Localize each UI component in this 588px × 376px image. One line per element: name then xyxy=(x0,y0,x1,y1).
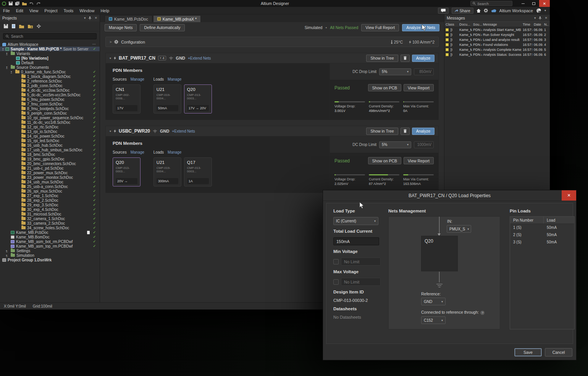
show-in-tree-button[interactable]: Show in Tree xyxy=(366,128,398,135)
message-row[interactable]: [IKame_MIPDN AAnalysis Complete Kame_N16… xyxy=(444,47,550,52)
tree-item-schdoc[interactable]: 18_bmc.SchDoc✓ xyxy=(0,152,100,157)
delete-button[interactable] xyxy=(401,128,410,135)
tree-item-schdoc[interactable]: 34_screw_holes.SchDoc✓ xyxy=(0,225,100,230)
component-box[interactable]: Q20 xyxy=(421,236,458,271)
tree-item-schdoc[interactable]: 21_usb-c_pd.SchDoc✓ xyxy=(0,166,100,170)
tree-item-schdoc[interactable]: 27_exp_1.SchDoc✓ xyxy=(0,193,100,198)
menu-file[interactable]: File xyxy=(0,8,13,13)
tree-item-schdoc[interactable]: 12_rpi_rtc.SchDoc✓ xyxy=(0,125,100,129)
tree-item-schdoc[interactable]: 23_power_monitor.SchDoc✓ xyxy=(0,175,100,180)
tree-item-schdoc[interactable]: 24_usb_mux.SchDoc✓ xyxy=(0,180,100,184)
min-voltage-checkbox[interactable] xyxy=(333,259,339,264)
view-report-button[interactable]: View Report xyxy=(404,157,434,164)
tree-item-variant[interactable]: [No Variations] xyxy=(0,56,100,60)
tree-item-schdoc[interactable]: 25_usb-a_conn.SchDoc✓ xyxy=(0,184,100,189)
analyze-all-nets-button[interactable]: Analyze All Nets xyxy=(402,24,439,31)
tree-item-project[interactable]: ▾ Sample - Kame MB.PrjPCB * Save to Serv… xyxy=(0,47,100,51)
load-card-u21[interactable]: U21 CMP-019-0004... 50mA xyxy=(153,84,181,113)
tree-item-schdoc[interactable]: 19_bmc_gpio.SchDoc✓ xyxy=(0,157,100,161)
extend-nets-link[interactable]: +Extend Nets xyxy=(188,56,211,60)
load-card-u21[interactable]: U21 CMP-019-0004... 300mA xyxy=(153,157,181,186)
max-voltage-checkbox[interactable] xyxy=(333,279,339,285)
minimize-button[interactable] xyxy=(518,0,528,7)
dc-drop-limit-select[interactable]: 5%▾ xyxy=(379,141,411,148)
home-icon[interactable] xyxy=(477,9,481,13)
tree-item-schdoc[interactable]: 2_reference.SchDoc✓ xyxy=(0,79,100,83)
tree-item-pcbdwf[interactable]: Kame_MB_asm_top_rm.PCBDwf✓ xyxy=(0,244,100,248)
manage-loads-link[interactable]: Manage xyxy=(168,150,181,154)
tree-item-source-documents[interactable]: ▾ Source Documents xyxy=(0,65,100,70)
message-row[interactable]: [IKame_MIPDN AFound violations16:57:506.… xyxy=(444,42,550,47)
in-net-select[interactable]: PMUX_S▾ xyxy=(447,225,471,233)
tree-item-schdoc[interactable]: 20_bmc_connectors.SchDoc✓ xyxy=(0,161,100,166)
compile-icon[interactable] xyxy=(12,24,15,28)
message-row[interactable]: [IKame_MIPDN ALoad and analyze result16:… xyxy=(444,37,550,42)
collapse-icon[interactable]: ▾ xyxy=(110,130,111,133)
menu-edit[interactable]: Edit xyxy=(13,8,26,13)
panel-dropdown-icon[interactable]: ▾ xyxy=(534,16,536,20)
open-folder-icon[interactable] xyxy=(19,24,24,28)
source-card-cn1[interactable]: CN1 CMP-002-0006... 17V xyxy=(113,84,141,113)
tree-item-schdoc[interactable]: 15_rpi_led.SchDoc✓ xyxy=(0,138,100,143)
message-row[interactable]: [IKame_MIPDN AAnalysis Start Kame_MB [Pl… xyxy=(444,27,550,32)
analyze-button[interactable]: Analyze xyxy=(412,128,435,135)
menu-tools[interactable]: Tools xyxy=(61,8,77,13)
tree-item-schdoc[interactable]: 16_usb_hub.SchDoc✓ xyxy=(0,143,100,147)
load-type-select[interactable]: IC (Current)▾ xyxy=(333,217,378,225)
pin-load-row[interactable]: 1 (S)50mA xyxy=(510,224,574,231)
more-icon[interactable]: ··· xyxy=(92,42,96,46)
tree-item-schdoc[interactable]: 30_exp_4.SchDoc✓ xyxy=(0,207,100,212)
connected-through-select[interactable]: C152▾ xyxy=(421,316,446,324)
tree-item-schdoc[interactable]: 1_block_diagram.SchDoc✓ xyxy=(0,74,100,79)
load-card-q20[interactable]: Q20 CMP-013-0003... 17V → 20V xyxy=(184,84,212,113)
tree-item-schdoc[interactable]: 22_power_mux.SchDoc✓ xyxy=(0,170,100,175)
define-automatically-button[interactable]: Define Automatically xyxy=(140,24,184,31)
tree-item-variants[interactable]: ▾ Variants xyxy=(0,51,100,56)
projects-search-input[interactable]: Search xyxy=(3,33,97,39)
source-card-q20[interactable]: Q20 CMP-013-0003... 20V → xyxy=(113,157,141,186)
tree-item-pcbdoc[interactable]: Kame_MB.PcbDoc✓ xyxy=(0,230,100,235)
save-all-icon[interactable] xyxy=(15,2,19,5)
tree-item-schdoc[interactable]: 33_camera_2.SchDoc✓ xyxy=(0,221,100,225)
menu-project[interactable]: Project xyxy=(41,8,60,13)
tab-pdnax[interactable]: Kame_MB.pdnaX * xyxy=(153,15,201,22)
cancel-button[interactable]: Cancel xyxy=(545,348,572,357)
view-report-button[interactable]: View Report xyxy=(404,84,434,91)
tree-item-schdoc[interactable]: 26_spi_mux.SchDoc✓ xyxy=(0,189,100,193)
tree-item-schdoc[interactable]: 7_fmu_conn.SchDoc✓ xyxy=(0,102,100,106)
tree-item-schdoc[interactable]: 11_dc-dc_vcc1r8.SchDoc✓ xyxy=(0,120,100,125)
tree-item-schdoc[interactable]: 32_camera_1.SchDoc✓ xyxy=(0,216,100,221)
folder-settings-icon[interactable] xyxy=(28,24,33,28)
help-icon[interactable]: ? xyxy=(480,311,485,315)
account-caret-icon[interactable]: ▾ xyxy=(544,9,546,12)
messages-columns[interactable]: ClassDocu... Sou...Message TimeDate N.. xyxy=(444,21,550,27)
collapse-icon[interactable]: ▾ xyxy=(110,57,111,60)
panel-dropdown-icon[interactable]: ▾ xyxy=(84,16,86,20)
show-on-pcb-button[interactable]: Show on PCB xyxy=(368,84,401,91)
message-row[interactable]: [IKame_MIPDN ARun Solver Keysight16:57:4… xyxy=(444,32,550,37)
net-count-badge[interactable]: + 4 xyxy=(158,56,166,60)
tree-item-schdoc[interactable]: ▾0_kame_mb_func.SchDoc✓ xyxy=(0,70,100,74)
workspace-name[interactable]: Altium Workspace xyxy=(499,8,533,13)
manage-nets-button[interactable]: Manage Nets xyxy=(105,24,137,31)
save-button[interactable]: Save xyxy=(514,348,542,357)
show-on-pcb-button[interactable]: Show on PCB xyxy=(368,157,401,164)
expand-icon[interactable]: > xyxy=(110,40,111,44)
tree-item-bomdoc[interactable]: Kame_MB.BomDoc✓ xyxy=(0,235,100,239)
undo-icon[interactable] xyxy=(29,2,34,5)
save-project-icon[interactable] xyxy=(4,24,8,28)
dc-drop-limit-select[interactable]: 5%▾ xyxy=(379,68,411,75)
tree-item-schdoc[interactable]: 28_exp_2.SchDoc✓ xyxy=(0,198,100,203)
close-button[interactable]: ✕ xyxy=(539,0,550,7)
tree-item-settings[interactable]: ▸Settings xyxy=(0,248,100,253)
panel-gear-icon[interactable] xyxy=(37,24,41,28)
tree-item-project-group[interactable]: Project Group 1.DsnWrk xyxy=(0,258,100,262)
show-in-tree-button[interactable]: Show in Tree xyxy=(366,55,398,62)
open-document-icon[interactable] xyxy=(22,2,27,5)
delete-button[interactable] xyxy=(401,55,410,62)
message-row[interactable]: [IKame_MIPDN AAnalysis Status: Success16… xyxy=(444,52,550,57)
pin-loads-header[interactable]: Pin NumberLoad xyxy=(510,217,574,224)
menu-view[interactable]: View xyxy=(26,8,42,13)
pin-load-row[interactable]: 2 (S)50mA xyxy=(510,231,574,238)
tree-item-schdoc[interactable]: 31_microsd.SchDoc✓ xyxy=(0,212,100,216)
